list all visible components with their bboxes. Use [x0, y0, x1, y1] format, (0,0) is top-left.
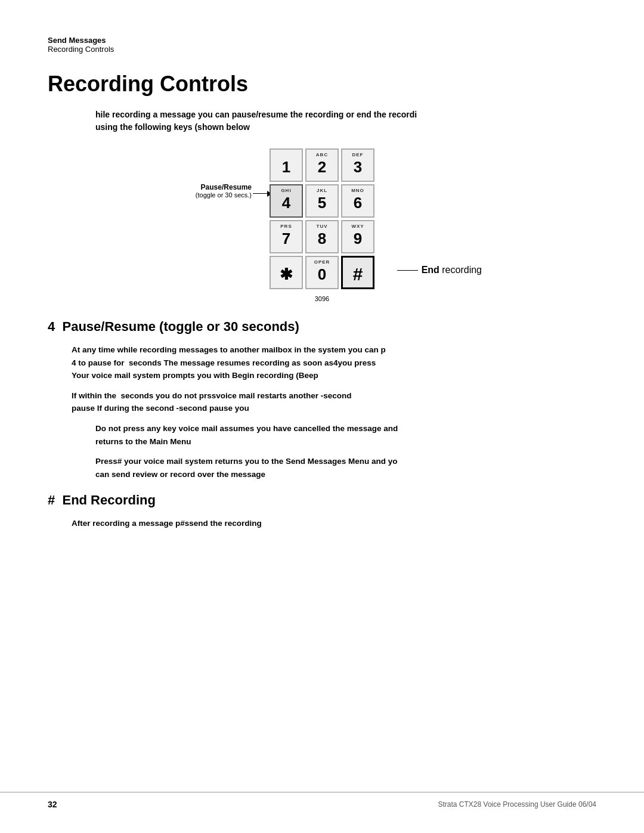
section1-para1: At any time while recording messages to …: [72, 343, 596, 382]
page-wrapper: Send Messages Recording Controls Recordi…: [0, 0, 644, 833]
footer-page-number: 32: [48, 800, 57, 809]
figure-number: 3096: [270, 295, 374, 302]
end-recording-text: End recording: [422, 265, 482, 275]
end-recording-label: End recording: [397, 265, 482, 275]
keypad-grid: 1 ABC 2 DEF 3 GHI 4: [270, 148, 374, 289]
key-0: OPER 0: [305, 256, 339, 289]
page-footer: 32 Strata CTX28 Voice Processing User Gu…: [0, 792, 644, 809]
intro-text: hile recording a message you can pause/r…: [95, 109, 596, 134]
key-1: 1: [270, 148, 303, 182]
breadcrumb-parent: Send Messages: [48, 36, 596, 45]
pause-sublabel: (toggle or 30 secs.): [150, 191, 252, 199]
key-2: ABC 2: [305, 148, 339, 182]
keypad-diagram: Pause/Resume (toggle or 30 secs.) 1 ABC: [270, 148, 374, 289]
section1: 4 Pause/Resume (toggle or 30 seconds) At…: [48, 319, 596, 481]
page-title: Recording Controls: [0, 60, 644, 109]
key-6: MNO 6: [341, 184, 374, 218]
breadcrumb: Send Messages Recording Controls: [0, 0, 644, 60]
key-3: DEF 3: [341, 148, 374, 182]
key-9: WXY 9: [341, 220, 374, 253]
key-7: PRS 7: [270, 220, 303, 253]
section2: # End Recording After recording a messag…: [48, 493, 596, 530]
pause-resume-label: Pause/Resume (toggle or 30 secs.): [150, 183, 252, 199]
section1-para4: Press# your voice mail system returns yo…: [95, 455, 596, 481]
section1-para3: Do not press any key voice mail assumes …: [95, 422, 596, 448]
main-content: hile recording a message you can pause/r…: [0, 109, 644, 530]
keypad-section: Pause/Resume (toggle or 30 secs.) 1 ABC: [48, 148, 596, 289]
key-8: TUV 8: [305, 220, 339, 253]
section1-title: Pause/Resume (toggle or 30 seconds): [62, 319, 299, 334]
breadcrumb-current: Recording Controls: [48, 45, 596, 54]
section1-heading: 4 Pause/Resume (toggle or 30 seconds): [48, 319, 596, 335]
footer-doc-title: Strata CTX28 Voice Processing User Guide…: [438, 800, 596, 809]
section1-number: 4: [48, 319, 55, 334]
section2-para1: After recording a message p#ssend the re…: [72, 517, 596, 530]
section2-heading: # End Recording: [48, 493, 596, 508]
key-5: JKL 5: [305, 184, 339, 218]
key-4: GHI 4: [270, 184, 303, 218]
key-star: ✱: [270, 256, 303, 289]
section1-para2: If within the seconds you do not prssvoi…: [72, 389, 596, 415]
section2-title: # End Recording: [48, 493, 156, 507]
end-recording-line: [397, 270, 418, 271]
key-hash: #: [341, 256, 374, 289]
pause-label: Pause/Resume: [150, 183, 252, 191]
